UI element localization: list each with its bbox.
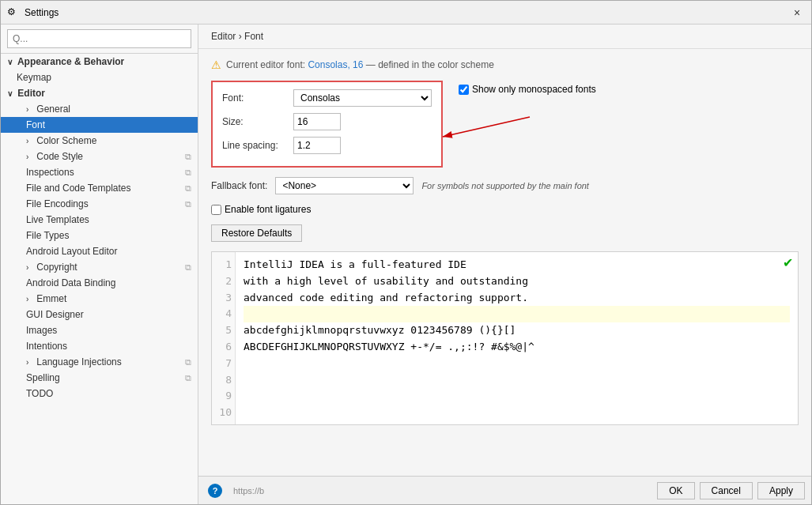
- page-icon: ⧉: [185, 152, 191, 162]
- code-line-1: IntelliJ IDEA is a full-featured IDE: [244, 257, 790, 273]
- sidebar-item-copyright[interactable]: › Copyright ⧉: [1, 259, 198, 275]
- breadcrumb: Editor › Font: [198, 24, 811, 49]
- warning-icon: ⚠: [211, 58, 221, 71]
- help-icon[interactable]: ?: [208, 484, 222, 498]
- sidebar-item-label: Keymap: [17, 72, 51, 83]
- cancel-button[interactable]: Cancel: [700, 482, 753, 499]
- line-num: 4: [215, 306, 232, 322]
- sidebar-item-file-types[interactable]: File Types: [1, 228, 198, 243]
- sidebar-item-emmet[interactable]: › Emmet: [1, 291, 198, 307]
- sidebar-item-label: Android Data Binding: [26, 277, 115, 288]
- sidebar-item-android-data[interactable]: Android Data Binding: [1, 275, 198, 291]
- sidebar-item-color-scheme[interactable]: › Color Scheme: [1, 133, 198, 149]
- page-icon: ⧉: [185, 183, 191, 194]
- sidebar-item-file-code-templates[interactable]: File and Code Templates ⧉: [1, 180, 198, 196]
- sidebar-item-label: Inspections: [26, 167, 74, 178]
- line-num: 10: [215, 405, 232, 421]
- sidebar-item-font[interactable]: Font: [1, 117, 198, 133]
- ok-button[interactable]: OK: [657, 482, 694, 499]
- sidebar-item-label: TODO: [26, 388, 53, 399]
- sidebar-item-label: GUI Designer: [26, 309, 84, 320]
- ligature-checkbox[interactable]: [211, 205, 221, 215]
- sidebar-item-code-style[interactable]: › Code Style ⧉: [1, 149, 198, 164]
- warning-text-after: — defined in the color scheme: [366, 59, 494, 70]
- code-line-6: ABCDEFGHIJKLMNOPQRSTUVWXYZ +-*/= .,;:!? …: [244, 339, 790, 356]
- code-line-3: advanced code editing and refactoring su…: [244, 290, 790, 307]
- footer-url: https://b: [227, 486, 652, 496]
- sidebar-item-label: Intentions: [26, 341, 67, 352]
- sidebar: ∨ Appearance & Behavior Keymap ∨ Editor …: [1, 24, 198, 504]
- line-spacing-input[interactable]: [293, 137, 341, 154]
- code-line-7: [244, 356, 790, 372]
- apply-button[interactable]: Apply: [757, 482, 805, 499]
- sidebar-item-android-layout[interactable]: Android Layout Editor: [1, 243, 198, 259]
- code-line-10: [244, 405, 790, 421]
- font-dropdown[interactable]: Consolas: [293, 89, 432, 107]
- sidebar-item-label: Images: [26, 325, 57, 336]
- check-icon: ✔: [783, 255, 793, 270]
- sidebar-item-intentions[interactable]: Intentions: [1, 338, 198, 354]
- line-num: 5: [215, 322, 232, 339]
- monospace-checkbox[interactable]: [459, 85, 469, 95]
- size-input[interactable]: [293, 113, 341, 130]
- expand-arrow-codestyle: ›: [26, 153, 34, 161]
- sidebar-item-label: File and Code Templates: [26, 183, 131, 194]
- page-icon: ⧉: [185, 168, 191, 178]
- sidebar-item-general[interactable]: › General: [1, 101, 198, 117]
- sidebar-item-keymap[interactable]: Keymap: [1, 70, 198, 85]
- sidebar-item-live-templates[interactable]: Live Templates: [1, 212, 198, 228]
- line-num: 8: [215, 372, 232, 389]
- sidebar-item-file-encodings[interactable]: File Encodings ⧉: [1, 196, 198, 212]
- footer: ? https://b OK Cancel Apply: [198, 476, 811, 504]
- sidebar-item-inspections[interactable]: Inspections ⧉: [1, 164, 198, 180]
- expand-arrow-cs: ›: [26, 137, 34, 145]
- main-panel: Editor › Font ⚠ Current editor font: Con…: [198, 24, 811, 504]
- code-line-2: with a high level of usability and outst…: [244, 273, 790, 290]
- expand-arrow: ∨: [7, 58, 15, 66]
- monospace-label: Show only monospaced fonts: [472, 84, 596, 95]
- sidebar-item-label: Language Injections: [36, 356, 121, 367]
- settings-window: ⚙ Settings × ∨ Appearance & Behavior Key…: [0, 0, 812, 505]
- sidebar-item-gui-designer[interactable]: GUI Designer: [1, 307, 198, 322]
- sidebar-item-label: Copyright: [36, 262, 77, 273]
- page-icon: ⧉: [185, 357, 191, 367]
- search-box: [1, 24, 198, 54]
- warning-font-link[interactable]: Consolas, 16: [308, 59, 363, 70]
- line-num: 3: [215, 290, 232, 307]
- expand-arrow-copyright: ›: [26, 263, 34, 272]
- sidebar-item-label: File Encodings: [26, 198, 89, 209]
- sidebar-item-editor[interactable]: ∨ Editor: [1, 85, 198, 101]
- ligature-label: Enable font ligatures: [225, 204, 311, 215]
- font-settings-area: Font: Consolas Size: Line spacing:: [211, 81, 799, 168]
- code-line-8: [244, 372, 790, 389]
- sidebar-item-label: Code Style: [36, 151, 83, 162]
- page-icon: ⧉: [185, 373, 191, 383]
- fallback-hint: For symbols not supported by the main fo…: [421, 181, 589, 190]
- line-num: 2: [215, 273, 232, 290]
- sidebar-item-images[interactable]: Images: [1, 322, 198, 338]
- font-label: Font:: [222, 92, 293, 104]
- fallback-label: Fallback font:: [211, 180, 267, 191]
- breadcrumb-parent: Editor: [211, 31, 236, 42]
- sidebar-item-label: General: [36, 104, 70, 115]
- sidebar-item-label: Android Layout Editor: [26, 246, 117, 257]
- restore-defaults-button[interactable]: Restore Defaults: [211, 224, 302, 242]
- search-input[interactable]: [7, 29, 191, 48]
- line-spacing-label: Line spacing:: [222, 140, 293, 151]
- size-label: Size:: [222, 116, 293, 127]
- sidebar-item-spelling[interactable]: Spelling ⧉: [1, 370, 198, 386]
- sidebar-item-todo[interactable]: TODO: [1, 386, 198, 401]
- sidebar-item-label: Spelling: [26, 372, 60, 383]
- expand-arrow-general: ›: [26, 105, 34, 114]
- close-button[interactable]: ×: [789, 5, 805, 21]
- expand-arrow: ∨: [7, 89, 15, 98]
- sidebar-item-label: Color Scheme: [36, 135, 96, 146]
- line-num: 9: [215, 388, 232, 405]
- sidebar-item-appearance[interactable]: ∨ Appearance & Behavior: [1, 54, 198, 70]
- sidebar-item-language-injections[interactable]: › Language Injections ⧉: [1, 354, 198, 370]
- main-body: ⚠ Current editor font: Consolas, 16 — de…: [198, 49, 811, 476]
- fallback-dropdown[interactable]: <None>: [275, 177, 414, 194]
- line-num: 7: [215, 356, 232, 372]
- preview-area: ✔ 1 2 3 4 5 6 7 8 9 10 IntelliJ IDE: [211, 251, 799, 425]
- window-title: Settings: [25, 7, 789, 18]
